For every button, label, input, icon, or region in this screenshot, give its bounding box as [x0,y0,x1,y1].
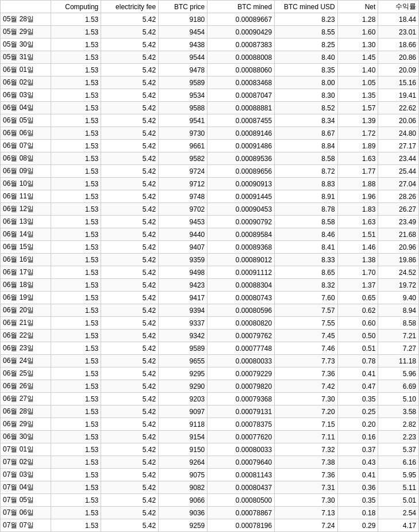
cell-computing: 1.53 [51,443,101,456]
cell-btcmined: 0.00083468 [207,76,275,89]
cell-computing: 1.53 [51,469,101,481]
cell-btcminedusd: 7.57 [275,304,338,317]
cell-date: 06월 24일 [1,355,51,368]
cell-btcmined: 0.00080500 [207,494,275,507]
cell-computing: 1.53 [51,304,101,317]
header-date [1,1,51,13]
cell-rate: 26.27 [378,203,419,216]
cell-net: 1.45 [337,51,378,64]
cell-net: 1.89 [337,140,378,152]
cell-date: 06월 14일 [1,228,51,241]
cell-date: 06월 23일 [1,342,51,355]
table-row: 06월 08일1.535.4295820.000895368.581.6323.… [1,152,419,165]
cell-electricity: 5.42 [101,380,159,393]
cell-btcmined: 0.00089584 [207,228,275,241]
cell-btcmined: 0.00087047 [207,89,275,102]
table-row: 06월 10일1.535.4297120.000909138.831.8827.… [1,178,419,190]
cell-rate: 6.69 [378,380,419,393]
cell-btcminedusd: 7.30 [275,393,338,405]
cell-computing: 1.53 [51,317,101,330]
cell-computing: 1.53 [51,418,101,431]
cell-date: 05월 31일 [1,51,51,64]
cell-computing: 1.53 [51,254,101,266]
table-row: 06월 03일1.535.4295340.000870478.301.3519.… [1,89,419,102]
cell-rate: 19.41 [378,89,419,102]
cell-electricity: 5.42 [101,519,159,532]
table-row: 07월 06일1.535.4290360.000788677.130.182.5… [1,507,419,519]
cell-date: 06월 01일 [1,64,51,76]
cell-electricity: 5.42 [101,140,159,152]
cell-date: 06월 10일 [1,178,51,190]
cell-date: 06월 16일 [1,254,51,266]
cell-btcminedusd: 8.58 [275,216,338,228]
cell-date: 07월 04일 [1,481,51,494]
cell-date: 06월 22일 [1,330,51,342]
cell-computing: 1.53 [51,114,101,127]
cell-electricity: 5.42 [101,152,159,165]
cell-date: 07월 06일 [1,507,51,519]
cell-date: 05월 30일 [1,39,51,51]
cell-btcminedusd: 8.55 [275,26,338,39]
cell-net: 1.96 [337,190,378,203]
cell-electricity: 5.42 [101,241,159,254]
cell-btcminedusd: 7.60 [275,292,338,304]
header-net: Net [337,1,378,13]
cell-btcprice: 9454 [159,26,207,39]
cell-electricity: 5.42 [101,114,159,127]
cell-date: 06월 18일 [1,279,51,292]
cell-rate: 22.62 [378,102,419,114]
cell-electricity: 5.42 [101,254,159,266]
cell-net: 1.39 [337,114,378,127]
cell-net: 0.37 [337,443,378,456]
cell-electricity: 5.42 [101,304,159,317]
cell-date: 06월 15일 [1,241,51,254]
cell-btcminedusd: 8.83 [275,178,338,190]
cell-btcprice: 9661 [159,140,207,152]
cell-net: 1.46 [337,241,378,254]
cell-date: 06월 06일 [1,127,51,140]
cell-computing: 1.53 [51,76,101,89]
table-row: 07월 03일1.535.4290750.000811437.360.415.9… [1,469,419,481]
cell-btcmined: 0.00078196 [207,519,275,532]
cell-btcprice: 9342 [159,330,207,342]
cell-electricity: 5.42 [101,330,159,342]
header-btcprice: BTC price [159,1,207,13]
cell-net: 0.16 [337,431,378,443]
cell-btcprice: 9075 [159,469,207,481]
cell-computing: 1.53 [51,51,101,64]
cell-btcprice: 9154 [159,431,207,443]
cell-rate: 2.23 [378,431,419,443]
cell-btcprice: 9394 [159,304,207,317]
cell-net: 1.60 [337,26,378,39]
cell-computing: 1.53 [51,178,101,190]
cell-electricity: 5.42 [101,342,159,355]
cell-btcminedusd: 8.30 [275,89,338,102]
table-row: 06월 12일1.535.4297020.000904538.781.8326.… [1,203,419,216]
table-row: 06월 01일1.535.4294780.000880608.351.4020.… [1,64,419,76]
cell-date: 06월 26일 [1,380,51,393]
cell-computing: 1.53 [51,292,101,304]
cell-net: 0.78 [337,355,378,368]
cell-btcmined: 0.00091486 [207,140,275,152]
cell-rate: 23.49 [378,216,419,228]
cell-rate: 20.09 [378,64,419,76]
table-row: 06월 30일1.535.4291540.000776207.110.162.2… [1,431,419,443]
cell-date: 06월 19일 [1,292,51,304]
cell-btcmined: 0.00088881 [207,102,275,114]
cell-computing: 1.53 [51,342,101,355]
cell-computing: 1.53 [51,102,101,114]
cell-electricity: 5.42 [101,431,159,443]
cell-btcminedusd: 8.65 [275,266,338,279]
table-row: 06월 14일1.535.4294400.000895848.461.5121.… [1,228,419,241]
cell-btcmined: 0.00090913 [207,178,275,190]
cell-btcprice: 9498 [159,266,207,279]
cell-btcmined: 0.00087383 [207,39,275,51]
data-table: Computing electricity fee BTC price BTC … [0,0,419,532]
cell-btcprice: 9407 [159,241,207,254]
cell-btcminedusd: 7.24 [275,519,338,532]
cell-btcprice: 9150 [159,443,207,456]
cell-net: 0.65 [337,292,378,304]
cell-btcmined: 0.00080033 [207,355,275,368]
cell-rate: 23.01 [378,26,419,39]
cell-net: 0.60 [337,317,378,330]
